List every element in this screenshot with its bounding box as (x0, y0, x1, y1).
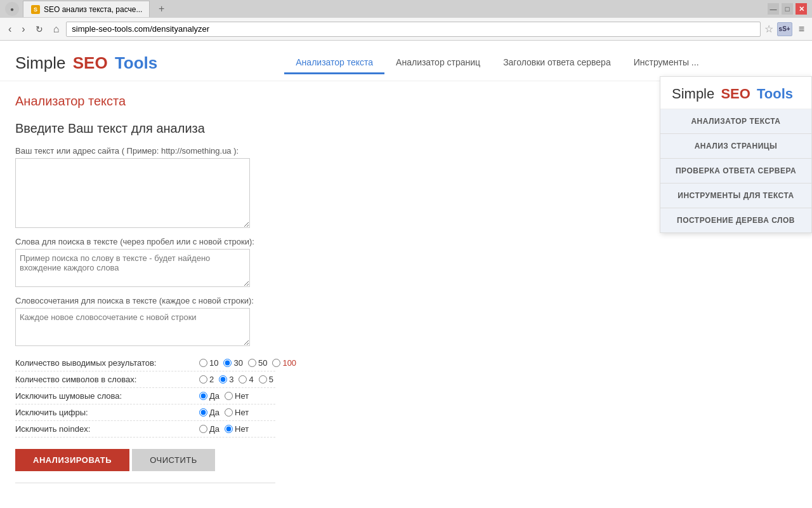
chars-4[interactable]: 4 (239, 375, 253, 384)
stop-yes[interactable]: Да (199, 391, 219, 401)
digits-yes[interactable]: Да (199, 408, 219, 417)
digits-label: Исключить цифры: (15, 408, 199, 417)
results-count-label: Количество выводимых результатов: (15, 358, 199, 368)
dropdown-logo-simple: Simple (672, 86, 714, 102)
extension-button[interactable]: sS+ (777, 22, 792, 36)
chars-2[interactable]: 2 (199, 375, 214, 384)
dropdown-logo-seo: SEO (721, 86, 750, 102)
nav-page-analyzer[interactable]: Анализатор страниц (384, 52, 492, 74)
dropdown-text-tools[interactable]: ИНСТРУМЕНТЫ ДЛЯ ТЕКСТА (660, 184, 811, 208)
dropdown-word-tree[interactable]: ПОСТРОЕНИЕ ДЕРЕВА СЛОВ (660, 208, 811, 232)
browser-icon: ● (5, 2, 19, 16)
form-divider (15, 483, 275, 483)
window-controls: — □ ✕ (768, 3, 807, 15)
dropdown-logo: Simple SEO Tools (660, 77, 811, 109)
words-field-group: Слова для поиска в тексте (через пробел … (15, 237, 275, 287)
stop-no[interactable]: Нет (225, 391, 249, 401)
text-field-group: Ваш текст или адрес сайта ( Пример: http… (15, 146, 275, 228)
text-field-label: Ваш текст или адрес сайта ( Пример: http… (15, 146, 275, 156)
address-bar[interactable] (66, 22, 760, 37)
chars-3[interactable]: 3 (219, 375, 233, 384)
results-50[interactable]: 50 (248, 358, 267, 368)
dropdown-page-analysis[interactable]: АНАЛИЗ СТРАНИЦЫ (660, 134, 811, 159)
nav-text-analyzer[interactable]: Анализатор текста (284, 52, 384, 74)
digits-no[interactable]: Нет (225, 408, 249, 417)
dropdown-server-check[interactable]: ПРОВЕРКА ОТВЕТА СЕРВЕРА (660, 159, 811, 184)
dropdown-menu: Simple SEO Tools АНАЛИЗАТОР ТЕКСТА АНАЛИ… (660, 76, 812, 233)
back-button[interactable]: ‹ (5, 22, 15, 36)
stop-words-label: Исключить шумовые слова: (15, 391, 199, 401)
results-100[interactable]: 100 (272, 358, 296, 368)
results-count-row: Количество выводимых результатов: 10 30 … (15, 355, 275, 371)
noindex-row: Исключить noindex: Да Нет (15, 421, 275, 438)
title-bar: ● S SEO анализ текста, расче... ✕ + — □ … (0, 0, 812, 18)
phrases-field-group: Словосочетания для поиска в тексте (кажд… (15, 296, 275, 346)
chars-5[interactable]: 5 (259, 375, 273, 384)
nav-tools[interactable]: Инструменты ... (622, 52, 710, 74)
dropdown-logo-tools: Tools (757, 86, 793, 102)
browser-tab[interactable]: S SEO анализ текста, расче... ✕ (23, 1, 150, 17)
digits-row: Исключить цифры: Да Нет (15, 404, 275, 421)
tab-close-btn[interactable]: ✕ (148, 5, 150, 13)
home-button[interactable]: ⌂ (50, 22, 63, 36)
noindex-yes[interactable]: Да (199, 424, 219, 434)
analyzer-form: Введите Ваш текст для анализа Ваш текст … (15, 121, 275, 483)
char-count-label: Количество символов в словах: (15, 375, 199, 384)
results-30[interactable]: 30 (223, 358, 242, 368)
results-10[interactable]: 10 (199, 358, 218, 368)
words-field-label: Слова для поиска в тексте (через пробел … (15, 237, 275, 246)
digits-radios: Да Нет (199, 408, 249, 417)
noindex-radios: Да Нет (199, 424, 249, 434)
site-header: Simple SEO Tools Анализатор текста Анали… (0, 41, 812, 81)
main-navigation: Анализатор текста Анализатор страниц Заг… (284, 52, 710, 74)
nav-bar: ‹ › ↻ ⌂ ☆ sS+ ≡ (0, 18, 812, 41)
stop-words-radios: Да Нет (199, 391, 249, 401)
logo-seo: SEO (73, 53, 108, 72)
phrases-field-label: Словосочетания для поиска в тексте (кажд… (15, 296, 275, 305)
nav-server-headers[interactable]: Заголовки ответа сервера (492, 52, 622, 74)
phrases-input[interactable] (15, 308, 250, 346)
analyze-button[interactable]: АНАЛИЗИРОВАТЬ (15, 449, 129, 471)
chrome-menu-button[interactable]: ≡ (796, 22, 807, 36)
form-buttons: АНАЛИЗИРОВАТЬ ОЧИСТИТЬ (15, 449, 275, 471)
char-count-row: Количество символов в словах: 2 3 4 5 (15, 371, 275, 388)
form-heading: Введите Ваш текст для анализа (15, 121, 275, 136)
words-input[interactable] (15, 249, 250, 287)
logo-tools: Tools (115, 53, 157, 72)
char-count-radios: 2 3 4 5 (199, 375, 273, 384)
browser-window: ● S SEO анализ текста, расче... ✕ + — □ … (0, 0, 812, 508)
logo-simple: Simple (15, 53, 65, 72)
results-count-radios: 10 30 50 100 (199, 358, 296, 368)
forward-button[interactable]: › (18, 22, 28, 36)
clear-button[interactable]: ОЧИСТИТЬ (132, 449, 215, 471)
tab-title: SEO анализ текста, расче... (44, 5, 142, 14)
dropdown-text-analyzer[interactable]: АНАЛИЗАТОР ТЕКСТА (660, 109, 811, 134)
site-logo[interactable]: Simple SEO Tools (15, 53, 157, 73)
reload-button[interactable]: ↻ (32, 23, 46, 36)
new-tab-button[interactable]: + (154, 3, 169, 15)
noindex-no[interactable]: Нет (225, 424, 249, 434)
tab-favicon: S (31, 5, 40, 14)
noindex-label: Исключить noindex: (15, 424, 199, 434)
close-button[interactable]: ✕ (796, 3, 807, 15)
page-area: Simple SEO Tools Анализатор текста Анали… (0, 41, 812, 508)
maximize-button[interactable]: □ (782, 3, 793, 15)
text-input[interactable] (15, 158, 250, 228)
stop-words-row: Исключить шумовые слова: Да Нет (15, 388, 275, 404)
minimize-button[interactable]: — (768, 3, 779, 15)
bookmark-button[interactable]: ☆ (764, 23, 773, 35)
